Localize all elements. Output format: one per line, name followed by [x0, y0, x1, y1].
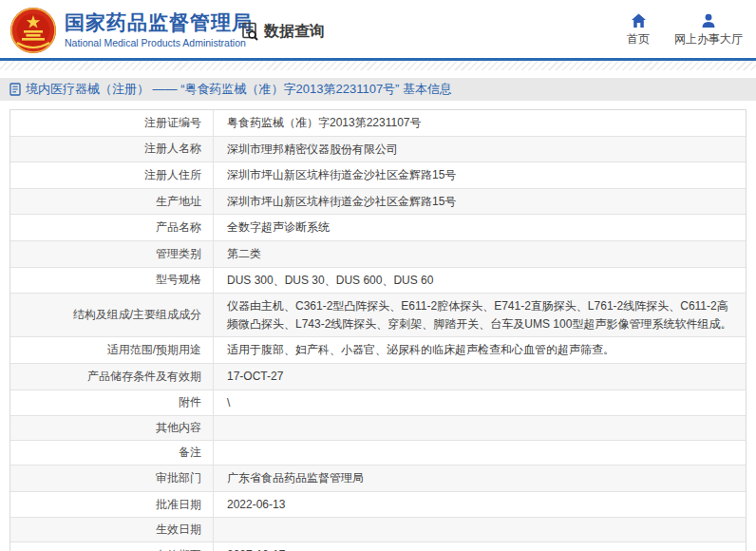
row-value — [214, 425, 746, 432]
row-value — [214, 526, 746, 534]
row-value: 深圳市理邦精密仪器股份有限公司 — [214, 137, 746, 162]
row-value: 深圳市坪山新区坑梓街道金沙社区金辉路15号 — [214, 162, 746, 188]
table-row: 批准日期2022-06-13 — [10, 492, 746, 519]
table-row: 审批部门广东省食品药品监督管理局 — [10, 466, 746, 492]
row-value: 第二类 — [214, 241, 746, 267]
row-label: 结构及组成/主要组成成分 — [10, 294, 214, 336]
document-icon — [9, 83, 21, 96]
row-label: 有效期至 — [10, 542, 214, 551]
row-label: 管理类别 — [10, 241, 214, 267]
table-row: 管理类别第二类 — [10, 241, 746, 268]
row-value: 仪器由主机、C361-2型凸阵探头、E611-2腔体探头、E741-2直肠探头、… — [214, 294, 746, 336]
row-label: 生效日期 — [10, 518, 214, 542]
table-row: 备注 — [10, 441, 746, 466]
row-value: 17-OCT-27 — [214, 364, 746, 390]
table-row: 生效日期 — [10, 518, 746, 542]
nav-home[interactable]: 首页 — [627, 13, 650, 48]
row-label: 备注 — [10, 441, 214, 465]
row-label: 产品名称 — [10, 215, 214, 240]
row-value: 2027-10-17 — [214, 542, 746, 551]
row-value — [214, 449, 746, 457]
info-table: 注册证编号粤食药监械（准）字2013第2231107号注册人名称深圳市理邦精密仪… — [9, 109, 747, 551]
table-row: 注册人名称深圳市理邦精密仪器股份有限公司 — [10, 137, 746, 163]
row-value: 粤食药监械（准）字2013第2231107号 — [214, 110, 746, 136]
row-value: 适用于腹部、妇产科、小器官、泌尿科的临床超声检查和心血管的超声筛查。 — [214, 337, 746, 363]
breadcrumb-text: 境内医疗器械（注册） —— “粤食药监械（准）字2013第2231107号” 基… — [26, 81, 452, 98]
row-label: 其他内容 — [10, 416, 214, 440]
table-row: 结构及组成/主要组成成分仪器由主机、C361-2型凸阵探头、E611-2腔体探头… — [10, 294, 746, 337]
person-icon — [701, 13, 716, 28]
row-value: 广东省食品药品监督管理局 — [214, 466, 746, 491]
data-query-entry[interactable]: 数据查询 — [239, 21, 325, 42]
row-value: \ — [214, 390, 746, 416]
table-row: 生产地址深圳市坪山新区坑梓街道金沙社区金辉路15号 — [10, 189, 746, 216]
row-value: 全数字超声诊断系统 — [214, 215, 746, 240]
brand-block: 国家药品监督管理局 National Medical Products Admi… — [65, 10, 253, 49]
row-label: 生产地址 — [10, 189, 214, 215]
agency-subtitle: National Medical Products Administration — [65, 36, 253, 49]
row-label: 注册人名称 — [10, 137, 214, 162]
nav-home-label: 首页 — [627, 31, 650, 48]
row-label: 型号规格 — [10, 268, 214, 294]
row-label: 批准日期 — [10, 492, 214, 518]
row-label: 适用范围/预期用途 — [10, 337, 214, 363]
breadcrumb: 境内医疗器械（注册） —— “粤食药监械（准）字2013第2231107号” 基… — [0, 78, 756, 101]
row-label: 附件 — [10, 390, 214, 416]
row-value: 深圳市坪山新区坑梓街道金沙社区金辉路15号 — [214, 189, 746, 215]
table-row: 产品储存条件及有效期17-OCT-27 — [10, 364, 746, 390]
row-label: 注册证编号 — [10, 110, 214, 136]
nav-service-hall[interactable]: 网上办事大厅 — [674, 13, 743, 48]
document-search-icon — [239, 21, 260, 42]
agency-title: 国家药品监督管理局 — [65, 10, 253, 35]
hatched-divider — [0, 61, 756, 70]
table-row: 有效期至2027-10-17 — [10, 542, 746, 551]
national-emblem-logo — [9, 7, 57, 54]
row-value: 2022-06-13 — [214, 492, 746, 518]
table-row: 适用范围/预期用途适用于腹部、妇产科、小器官、泌尿科的临床超声检查和心血管的超声… — [10, 337, 746, 364]
top-nav: 首页 网上办事大厅 — [627, 13, 743, 48]
row-label: 产品储存条件及有效期 — [10, 364, 214, 390]
table-row: 附件\ — [10, 390, 746, 417]
data-query-label: 数据查询 — [264, 22, 325, 42]
table-row: 注册证编号粤食药监械（准）字2013第2231107号 — [10, 110, 746, 137]
row-label: 审批部门 — [10, 466, 214, 491]
header: 国家药品监督管理局 National Medical Products Admi… — [0, 0, 756, 61]
row-label: 注册人住所 — [10, 162, 214, 188]
table-row: 其他内容 — [10, 416, 746, 441]
row-value: DUS 300、DUS 30、DUS 600、DUS 60 — [214, 268, 746, 294]
nav-service-hall-label: 网上办事大厅 — [674, 31, 743, 48]
table-row: 型号规格DUS 300、DUS 30、DUS 600、DUS 60 — [10, 268, 746, 294]
table-row: 注册人住所深圳市坪山新区坑梓街道金沙社区金辉路15号 — [10, 162, 746, 189]
home-icon — [631, 13, 647, 28]
table-row: 产品名称全数字超声诊断系统 — [10, 215, 746, 241]
